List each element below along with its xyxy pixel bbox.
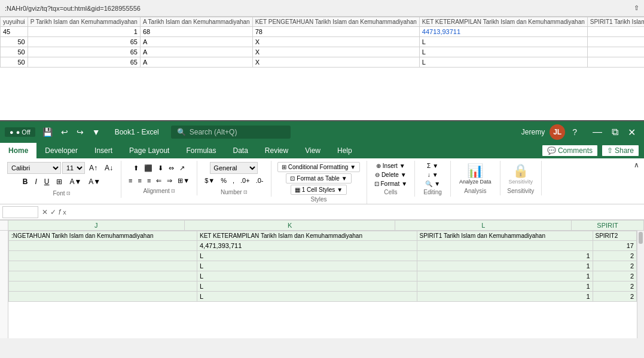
conditional-formatting-button[interactable]: ⊞ Conditional Formatting ▼ <box>277 162 361 172</box>
tab-insert[interactable]: Insert <box>86 143 121 158</box>
percent-button[interactable]: % <box>218 175 229 186</box>
orientation-button[interactable]: ↗ <box>177 162 187 174</box>
decrease-decimal-button[interactable]: .0- <box>254 175 266 186</box>
merge-button[interactable]: ⊞▼ <box>175 175 192 186</box>
tab-page-layout[interactable]: Page Layout <box>121 143 178 158</box>
cell-l-3[interactable]: 1 <box>417 261 593 271</box>
cell-spirit-header[interactable]: SPIRIT2 <box>593 231 637 241</box>
shrink-font-button[interactable]: A↓ <box>102 162 116 174</box>
font-name-select[interactable]: Calibri <box>7 162 61 174</box>
search-input[interactable] <box>190 128 285 136</box>
cell-l-header[interactable]: SPIRIT1 Tarikh Islam dan Kemuhammadiyaha… <box>417 231 593 241</box>
tab-help[interactable]: Help <box>329 143 361 158</box>
cell-k-header[interactable]: KET KETERAMPILAN Tarikh Islam dan Kemuha… <box>197 231 417 241</box>
align-right-button[interactable]: ≡ <box>145 175 153 186</box>
align-bottom-button[interactable]: ⬇ <box>155 162 166 174</box>
formula-input[interactable] <box>70 208 642 216</box>
alignment-expand-icon[interactable]: ⊡ <box>171 188 175 194</box>
cell-spirit-4[interactable]: 2 <box>593 271 637 281</box>
wrap-text-button[interactable]: ⇔ <box>166 162 176 174</box>
number-format-select[interactable]: General <box>210 162 258 174</box>
tab-home[interactable]: Home <box>0 143 36 158</box>
align-center-button[interactable]: ≡ <box>135 175 144 186</box>
format-button[interactable]: ⊡ Format ▼ <box>372 180 410 188</box>
align-left-button[interactable]: ≡ <box>126 175 135 186</box>
cell-l-4[interactable]: 1 <box>417 271 593 281</box>
search-box[interactable]: 🔍 <box>171 126 291 139</box>
border-button[interactable]: ⊞ <box>53 176 65 188</box>
cell-j-header[interactable]: :NGETAHUAN Tarikh Islam dan Kemuhammadiy… <box>9 231 197 241</box>
cell-j-6[interactable] <box>9 292 197 302</box>
fill-color-button[interactable]: A▼ <box>66 176 84 188</box>
autosave-toggle[interactable]: ● ● Off <box>5 127 35 137</box>
comments-button[interactable]: 💬 Comments <box>542 145 598 157</box>
tab-view[interactable]: View <box>297 143 329 158</box>
sensitivity-button[interactable]: 🔒 Sensitivity <box>505 162 537 186</box>
cell-l-1[interactable] <box>417 241 593 251</box>
decrease-indent-button[interactable]: ⇐ <box>154 175 164 186</box>
cell-k-2[interactable]: L <box>197 251 417 261</box>
redo-icon[interactable]: ↪ <box>74 126 86 138</box>
vertical-scrollbar[interactable] <box>637 231 644 338</box>
close-button[interactable]: ✕ <box>624 127 639 138</box>
cell-styles-button[interactable]: ▦ 1 Cell Styles ▼ <box>291 185 347 195</box>
cell-spirit-3[interactable]: 2 <box>593 261 637 271</box>
align-top-button[interactable]: ⬆ <box>131 162 141 174</box>
tab-review[interactable]: Review <box>257 143 297 158</box>
cell-spirit-5[interactable]: 2 <box>593 281 637 292</box>
cell-l-5[interactable]: 1 <box>417 281 593 292</box>
col-header-k[interactable]: K <box>185 221 396 230</box>
share-button[interactable]: ⇧ Share <box>602 145 639 157</box>
font-expand-icon[interactable]: ⊡ <box>66 191 71 196</box>
name-box[interactable] <box>2 206 38 218</box>
confirm-formula-icon[interactable]: ✓ <box>50 208 56 216</box>
cancel-formula-icon[interactable]: ✕ <box>42 208 48 216</box>
align-middle-button[interactable]: ⬛ <box>142 162 155 174</box>
col-header-l[interactable]: L <box>395 221 572 230</box>
underline-button[interactable]: U <box>41 176 53 188</box>
help-icon[interactable]: ? <box>570 126 579 138</box>
col-header-spirit[interactable]: SPIRIT <box>572 221 644 230</box>
tab-data[interactable]: Data <box>224 143 256 158</box>
cell-l-2[interactable]: 1 <box>417 251 593 261</box>
format-as-table-button[interactable]: ⊡ Format as Table ▼ <box>286 173 351 183</box>
scroll-thumb-v[interactable] <box>639 232 643 244</box>
find-button[interactable]: 🔍 ▼ <box>423 180 442 188</box>
cell-j-1[interactable] <box>9 241 197 251</box>
cell-k-5[interactable]: L <box>197 281 417 292</box>
save-icon[interactable]: 💾 <box>40 126 55 138</box>
cell-k-4[interactable]: L <box>197 271 417 281</box>
delete-button[interactable]: ⊖ Delete ▼ <box>373 171 409 179</box>
currency-button[interactable]: $▼ <box>202 175 217 186</box>
cell-j-3[interactable] <box>9 261 197 271</box>
font-size-select[interactable]: 11 <box>62 162 85 174</box>
quick-access-icon[interactable]: ▼ <box>90 126 103 138</box>
increase-decimal-button[interactable]: .0+ <box>238 175 252 186</box>
cell-j-4[interactable] <box>9 271 197 281</box>
cell-k-3[interactable]: L <box>197 261 417 271</box>
analyze-data-button[interactable]: 📊 Analyze Data <box>456 162 495 186</box>
cell-spirit-6[interactable]: 2 <box>593 292 637 302</box>
cell-j-2[interactable] <box>9 251 197 261</box>
cell-spirit-2[interactable]: 2 <box>593 251 637 261</box>
bold-button[interactable]: B <box>20 176 31 188</box>
fill-button[interactable]: ↓ ▼ <box>425 171 441 179</box>
undo-icon[interactable]: ↩ <box>59 126 71 138</box>
sum-button[interactable]: Σ ▼ <box>425 162 441 170</box>
cell-l-6[interactable]: 1 <box>417 292 593 302</box>
cell-spirit-1[interactable]: 17 <box>593 241 637 251</box>
font-color-button[interactable]: A▼ <box>86 176 103 188</box>
restore-button[interactable]: ⧉ <box>608 127 622 138</box>
insert-button[interactable]: ⊕ Insert ▼ <box>374 162 408 170</box>
insert-function-icon[interactable]: f <box>59 208 60 216</box>
grow-font-button[interactable]: A↑ <box>86 162 100 174</box>
minimize-button[interactable]: — <box>589 127 606 138</box>
tab-formulas[interactable]: Formulas <box>178 143 224 158</box>
cell-j-5[interactable] <box>9 281 197 292</box>
number-expand-icon[interactable]: ⊡ <box>243 189 248 195</box>
col-header-j[interactable]: J <box>8 221 185 230</box>
cell-k-6[interactable]: L <box>197 292 417 302</box>
comma-button[interactable]: , <box>230 175 237 186</box>
increase-indent-button[interactable]: ⇒ <box>164 175 175 186</box>
cell-k-1[interactable]: 4,471,393,711 <box>197 241 417 251</box>
